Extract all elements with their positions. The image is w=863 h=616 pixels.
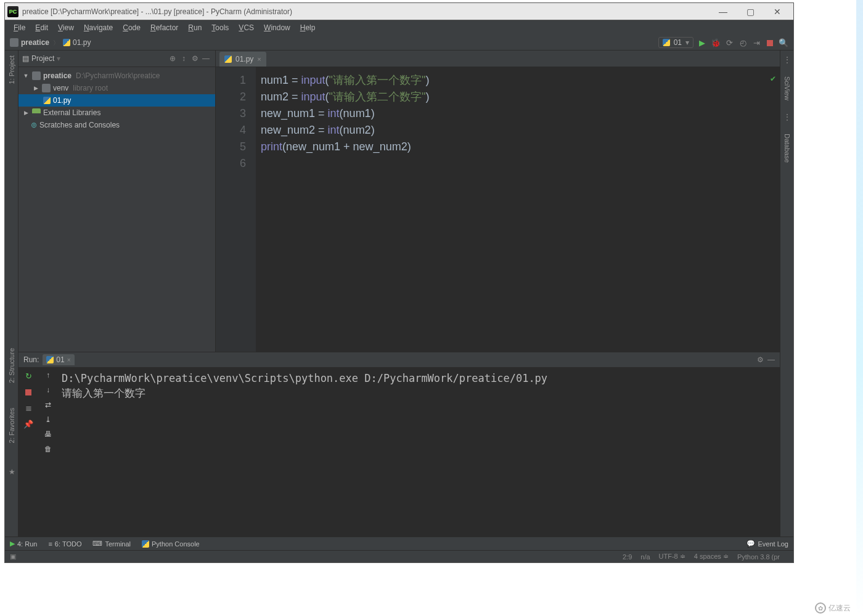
folder-icon	[10, 38, 18, 47]
breadcrumb[interactable]: preatice 01.py	[10, 38, 91, 47]
tool-database[interactable]: Database	[783, 134, 791, 163]
scroll-end-button[interactable]: ⤓	[45, 415, 51, 424]
bottom-terminal[interactable]: ⌨Terminal	[92, 540, 131, 548]
console-output[interactable]: D:\PycharmWork\preatice\venv\Scripts\pyt…	[58, 367, 780, 537]
profile-button[interactable]: ◴	[738, 38, 748, 47]
pycharm-window: PC preatice [D:\PycharmWork\preatice] - …	[4, 2, 794, 563]
search-everywhere-button[interactable]: 🔍	[779, 38, 788, 47]
bottom-event-log[interactable]: 💬Event Log	[746, 540, 788, 548]
close-tab-icon[interactable]: ×	[257, 55, 261, 63]
run-toolbar: ↻ ≣ 📌	[18, 367, 38, 537]
run-button[interactable]: ▶	[697, 38, 707, 47]
menu-file[interactable]: File	[10, 22, 29, 33]
menu-edit[interactable]: Edit	[31, 22, 52, 33]
breadcrumb-sep	[52, 38, 60, 47]
clear-button[interactable]: 🗑	[44, 445, 52, 453]
pin-button[interactable]: 📌	[23, 419, 33, 429]
status-indent[interactable]: 4 spaces ≑	[694, 553, 729, 561]
editor-tabs: 01.py ×	[216, 51, 780, 67]
inspection-ok-icon[interactable]: ✔	[770, 71, 776, 87]
collapse-all-icon[interactable]: ↕	[178, 54, 189, 63]
run-config-name: 01	[674, 38, 682, 47]
bottom-run[interactable]: ▶4: Run	[10, 540, 37, 548]
bottom-tool-bar: ▶4: Run ≡6: TODO ⌨Terminal Python Consol…	[5, 537, 793, 550]
library-icon	[32, 108, 41, 117]
down-button[interactable]: ↓	[46, 386, 50, 394]
run-label: Run:	[23, 355, 39, 364]
tree-file-01py[interactable]: 01.py	[18, 94, 215, 107]
menu-bar: FileEditViewNavigateCodeRefactorRunTools…	[5, 20, 793, 35]
main-area: 1: Project ▤ Project ▾ ⊕ ↕ ⚙ —	[5, 51, 793, 537]
menu-refactor[interactable]: Refactor	[147, 22, 182, 33]
print-button[interactable]: 🖶	[44, 430, 52, 439]
bottom-python-console[interactable]: Python Console	[142, 540, 200, 548]
gutter: 123456	[216, 67, 256, 352]
status-interpreter[interactable]: Python 3.8 (pr	[737, 553, 780, 561]
menu-tools[interactable]: Tools	[208, 22, 232, 33]
title-bar[interactable]: PC preatice [D:\PycharmWork\preatice] - …	[5, 3, 793, 20]
python-file-icon	[43, 97, 51, 104]
layout-button[interactable]: ≣	[23, 403, 33, 413]
bottom-todo[interactable]: ≡6: TODO	[48, 540, 81, 548]
status-icon[interactable]: ▣	[10, 553, 16, 561]
project-panel: ▤ Project ▾ ⊕ ↕ ⚙ — ▼ preatice D:\Pychar…	[18, 51, 216, 352]
run-settings-icon[interactable]: ⚙	[757, 355, 764, 364]
tree-external-libs[interactable]: ▶ External Libraries	[18, 107, 215, 119]
python-file-icon	[63, 39, 70, 46]
run-tool-window: Run: 01 × ⚙ — ↻ ≣ 📌	[18, 352, 780, 537]
project-tree[interactable]: ▼ preatice D:\PycharmWork\preatice ▶ ven…	[18, 67, 215, 134]
stop-button[interactable]	[765, 38, 775, 47]
status-na[interactable]: n/a	[640, 553, 650, 561]
tool-sciview[interactable]: SciView	[783, 76, 791, 100]
run-config-selector[interactable]: 01 ▾	[658, 37, 693, 48]
project-panel-title[interactable]: ▤ Project ▾	[22, 54, 60, 63]
code-area[interactable]: 123456 num1 = input("请输入第一个数字") num2 = i…	[216, 67, 780, 352]
window-title: preatice [D:\PycharmWork\preatice] - ...…	[22, 7, 710, 16]
menu-vcs[interactable]: VCS	[235, 22, 258, 33]
run-tab-01[interactable]: 01 ×	[43, 354, 74, 365]
menu-code[interactable]: Code	[119, 22, 144, 33]
menu-view[interactable]: View	[54, 22, 78, 33]
settings-icon[interactable]: ⚙	[189, 54, 200, 63]
scroll-from-source-icon[interactable]: ⊕	[167, 54, 178, 63]
soft-wrap-button[interactable]: ⇄	[45, 400, 51, 409]
menu-help[interactable]: Help	[297, 22, 319, 33]
breadcrumb-file[interactable]: 01.py	[73, 38, 91, 47]
attach-button[interactable]: ⇥	[751, 38, 761, 47]
code-text[interactable]: num1 = input("请输入第一个数字") num2 = input("请…	[256, 67, 780, 352]
editor-tab-01py[interactable]: 01.py ×	[219, 52, 266, 67]
status-cursor-pos[interactable]: 2:9	[623, 553, 632, 561]
menu-run[interactable]: Run	[184, 22, 205, 33]
rerun-button[interactable]: ↻	[23, 371, 33, 381]
minimize-button[interactable]: —	[710, 3, 737, 20]
breadcrumb-root[interactable]: preatice	[21, 38, 49, 47]
folder-icon	[42, 84, 51, 92]
python-icon	[142, 540, 149, 548]
tree-root[interactable]: ▼ preatice D:\PycharmWork\preatice	[18, 70, 215, 82]
menu-window[interactable]: Window	[260, 22, 294, 33]
debug-button[interactable]: 🐞	[711, 38, 721, 47]
dropdown-icon: ▾	[685, 38, 689, 47]
pycharm-icon: PC	[7, 6, 18, 17]
run-coverage-button[interactable]: ⟳	[724, 38, 734, 47]
menu-navigate[interactable]: Navigate	[80, 22, 117, 33]
run-hide-icon[interactable]: —	[767, 355, 775, 364]
tool-favorites[interactable]: 2: Favorites	[8, 408, 15, 443]
status-encoding[interactable]: UTF-8 ≑	[659, 553, 685, 561]
tool-project[interactable]: 1: Project	[8, 55, 15, 84]
editor: 01.py × 123456 num1 = input("请输入第一个数字") …	[216, 51, 780, 352]
navigation-bar: preatice 01.py 01 ▾ ▶ 🐞 ⟳ ◴ ⇥ 🔍	[5, 35, 793, 51]
stop-button[interactable]	[23, 387, 33, 397]
tree-scratches[interactable]: ⊚ Scratches and Consoles	[18, 119, 215, 131]
close-button[interactable]: ✕	[764, 3, 791, 20]
tree-venv[interactable]: ▶ venv library root	[18, 82, 215, 94]
up-button[interactable]: ↑	[46, 371, 50, 379]
python-file-icon	[224, 55, 232, 63]
tool-structure[interactable]: 2: Structure	[8, 348, 15, 383]
python-icon	[46, 356, 54, 363]
run-toolbar-2: ↑ ↓ ⇄ ⤓ 🖶 🗑	[38, 367, 58, 537]
maximize-button[interactable]: ▢	[737, 3, 764, 20]
close-run-tab-icon[interactable]: ×	[67, 357, 71, 363]
watermark: ✿亿速云	[815, 602, 851, 614]
hide-panel-icon[interactable]: —	[200, 54, 211, 63]
